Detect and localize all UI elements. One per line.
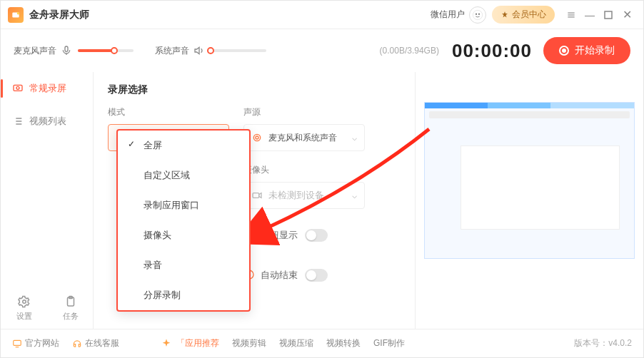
- svg-rect-27: [253, 193, 259, 198]
- sidebar-item-videos[interactable]: 视频列表: [1, 105, 93, 138]
- system-slider[interactable]: [211, 49, 266, 52]
- camera-label: 摄像头: [243, 164, 365, 176]
- settings-button[interactable]: 设置: [16, 295, 32, 322]
- dropdown-item[interactable]: 录制应用窗口: [118, 190, 249, 220]
- app-recommend-link[interactable]: 「应用推荐: [176, 337, 219, 349]
- mic-volume-control[interactable]: 麦克风声音: [14, 45, 141, 57]
- camera-value: 未检测到设备: [268, 189, 324, 202]
- tasks-button[interactable]: 任务: [63, 295, 79, 322]
- svg-point-25: [256, 136, 258, 139]
- svg-rect-8: [605, 11, 612, 19]
- speaker-icon: [193, 45, 205, 56]
- svg-marker-28: [259, 193, 261, 198]
- mic-slider[interactable]: [78, 49, 134, 52]
- record-icon: [559, 46, 569, 56]
- video-edit-link[interactable]: 视频剪辑: [232, 337, 266, 349]
- camera-field: 摄像头 未检测到设备 ⌵: [243, 164, 365, 209]
- chevron-down-icon: ⌵: [352, 190, 357, 200]
- svg-marker-10: [195, 47, 199, 53]
- mic-icon: [61, 45, 72, 56]
- auto-end-label: 自动结束: [261, 269, 298, 282]
- video-convert-link[interactable]: 视频转换: [326, 337, 361, 349]
- mode-dropdown: 全屏 自定义区域 录制应用窗口 摄像头 录音 分屏录制: [116, 129, 251, 312]
- svg-point-26: [253, 134, 260, 140]
- auto-end-toggle[interactable]: [305, 269, 328, 282]
- bottom-bar: 官方网站 在线客服 「应用推荐 视频剪辑 视频压缩 视频转换 GIF制作 版本号…: [1, 329, 643, 357]
- chevron-down-icon: ⌵: [352, 133, 357, 143]
- official-site-link[interactable]: 官方网站: [12, 337, 59, 349]
- main-area: 常规录屏 视频列表 设置 任务 录屏选择 模式: [1, 72, 643, 329]
- record-button-label: 开始录制: [575, 44, 615, 57]
- clipboard-icon: [64, 295, 77, 308]
- audio-source-value: 麦克风和系统声音: [268, 132, 337, 144]
- storage-info: (0.00B/3.94GB): [380, 46, 439, 56]
- title-bar: 金舟录屏大师 微信用户 会员中心 — ✕: [1, 1, 643, 29]
- version-label: 版本号：v4.0.2: [574, 337, 632, 349]
- settings-label: 设置: [16, 311, 32, 322]
- preview-panel: [415, 72, 643, 329]
- menu-button[interactable]: [562, 6, 580, 24]
- svg-point-12: [16, 86, 19, 89]
- maximize-button[interactable]: [599, 6, 618, 24]
- monitor-icon: [12, 339, 22, 349]
- dropdown-item[interactable]: 自定义区域: [118, 160, 249, 190]
- svg-point-3: [476, 13, 477, 14]
- close-button[interactable]: ✕: [618, 6, 636, 24]
- screen-preview: [424, 102, 635, 259]
- sidebar-label: 视频列表: [29, 115, 66, 128]
- vip-center-button[interactable]: 会员中心: [492, 6, 555, 24]
- record-screen-icon: [12, 83, 24, 94]
- svg-point-2: [473, 10, 482, 19]
- tasks-label: 任务: [63, 311, 79, 322]
- auto-end-field: 自动结束: [243, 262, 365, 289]
- dropdown-item[interactable]: 摄像头: [118, 220, 249, 250]
- system-audio-label: 系统声音: [155, 45, 189, 57]
- sidebar: 常规录屏 视频列表 设置 任务: [1, 72, 94, 329]
- camera-select[interactable]: 未检测到设备 ⌵: [243, 182, 365, 209]
- buttons-show-field: 按钮显示: [243, 222, 365, 249]
- svg-rect-11: [14, 85, 22, 91]
- dropdown-item[interactable]: 录音: [118, 250, 249, 280]
- top-controls: 麦克风声音 系统声音 (0.00B/3.94GB) 00:00:00 开始录制: [1, 29, 643, 72]
- audio-source-field: 声源 麦克风和系统声音 ⌵: [243, 106, 365, 151]
- recording-timer: 00:00:00: [452, 40, 532, 62]
- list-icon: [12, 116, 24, 127]
- audio-source-select[interactable]: 麦克风和系统声音 ⌵: [243, 124, 365, 151]
- app-logo: [8, 7, 24, 23]
- sidebar-item-record[interactable]: 常规录屏: [1, 72, 93, 105]
- camera-icon: [251, 190, 263, 201]
- svg-point-19: [22, 300, 26, 304]
- mode-label: 模式: [108, 106, 229, 118]
- app-title: 金舟录屏大师: [29, 9, 89, 21]
- headset-icon: [72, 339, 82, 349]
- start-record-button[interactable]: 开始录制: [543, 37, 630, 64]
- online-cs-link[interactable]: 在线客服: [72, 337, 119, 349]
- gear-icon: [18, 295, 31, 308]
- sidebar-label: 常规录屏: [29, 82, 66, 95]
- audio-icon: [251, 132, 263, 143]
- buttons-show-label: 按钮显示: [261, 229, 298, 242]
- svg-point-4: [478, 13, 480, 14]
- user-label: 微信用户: [431, 9, 465, 21]
- buttons-show-toggle[interactable]: [305, 229, 328, 242]
- dropdown-item[interactable]: 分屏录制: [118, 280, 249, 310]
- gif-make-link[interactable]: GIF制作: [373, 337, 405, 349]
- mic-label: 麦克风声音: [14, 45, 56, 57]
- minimize-button[interactable]: —: [580, 6, 599, 24]
- svg-point-1: [17, 11, 20, 14]
- svg-rect-30: [14, 340, 21, 345]
- video-compress-link[interactable]: 视频压缩: [279, 337, 313, 349]
- audio-source-label: 声源: [243, 106, 365, 118]
- sparkle-icon: [161, 338, 172, 349]
- svg-rect-9: [65, 46, 68, 51]
- vip-label: 会员中心: [512, 9, 546, 21]
- dropdown-item[interactable]: 全屏: [118, 131, 249, 160]
- user-avatar[interactable]: [469, 6, 486, 24]
- section-title: 录屏选择: [108, 83, 401, 96]
- system-volume-control[interactable]: 系统声音: [155, 45, 273, 57]
